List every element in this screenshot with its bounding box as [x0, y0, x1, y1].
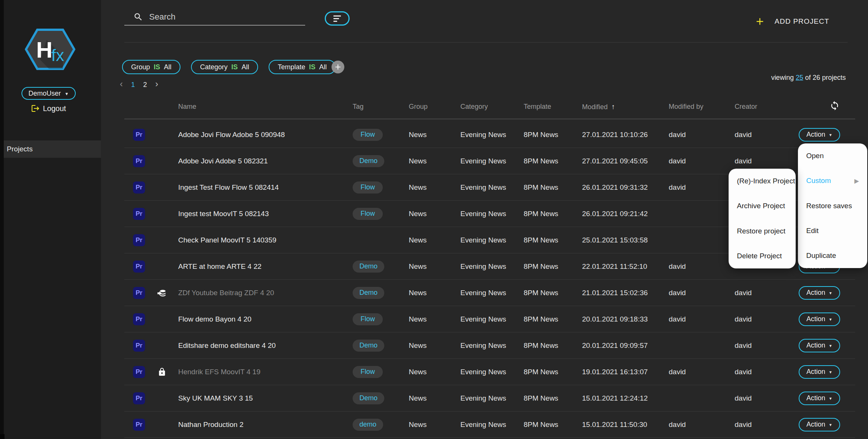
table-row[interactable]: Pr Editshare demo editshare 4 20 Demo — [124, 332, 855, 359]
projects-app: H fx DemoUser ▼ Logout Projects — [0, 0, 868, 439]
creator-cell: david — [735, 280, 752, 306]
action-cell: Action ▼ — [799, 280, 840, 306]
tag-cell: Flow — [353, 306, 383, 332]
premiere-badge-icon: Pr — [133, 181, 145, 194]
chevron-down-icon: ▼ — [829, 422, 833, 427]
modified-cell: 27.01.2021 10:10:26 — [582, 122, 648, 148]
menu-item[interactable]: Open ▶ — [798, 143, 867, 168]
group-cell: News — [409, 227, 427, 253]
category-cell: Evening News — [460, 359, 506, 385]
modified-by-cell: david — [669, 148, 686, 174]
table-row[interactable]: Pr Flow demo Bayon 4 20 Flow News — [124, 306, 855, 332]
category-cell: Evening News — [460, 201, 506, 227]
tag-cell: Demo — [353, 385, 384, 411]
submenu-item[interactable]: Restore project — [729, 219, 796, 244]
creator-cell: david — [735, 306, 752, 332]
menu-item[interactable]: Restore saves ▶ — [798, 193, 867, 218]
action-cell: Action ▼ — [799, 359, 840, 385]
tag-cell: Flow — [353, 122, 383, 148]
creator-cell: david — [735, 122, 752, 148]
project-name: Ingest Test Flow Flow 5 082414 — [178, 174, 279, 200]
table-row[interactable]: Pr Sky UK MAM SKY 3 15 Demo News — [124, 385, 855, 412]
tag-cell: Flow — [353, 359, 383, 385]
action-button[interactable]: Action ▼ — [799, 339, 840, 352]
modified-cell: 26.01.2021 09:21:42 — [582, 201, 648, 227]
action-cell: Action ▼ — [799, 306, 840, 332]
menu-item[interactable]: Duplicate ▶ — [798, 243, 867, 268]
action-button[interactable]: Action ▼ — [799, 392, 840, 405]
chevron-down-icon: ▼ — [829, 317, 833, 322]
project-name: Nathan Production 2 — [178, 412, 243, 437]
tag-chip: Demo — [353, 261, 384, 273]
project-name: ZDf Youtube Beitrag ZDF 4 20 — [178, 280, 274, 306]
modified-by-cell: david — [669, 412, 686, 437]
premiere-badge-icon: Pr — [133, 419, 145, 431]
chevron-down-icon: ▼ — [829, 132, 833, 137]
action-button[interactable]: Action ▼ — [799, 312, 840, 326]
premiere-badge-icon: Pr — [133, 155, 145, 167]
category-cell: Evening News — [460, 412, 506, 437]
group-cell: News — [409, 306, 427, 332]
tag-chip: Demo — [353, 287, 384, 299]
template-cell: 8PM News — [524, 280, 558, 306]
template-cell: 8PM News — [524, 306, 558, 332]
template-cell: 8PM News — [524, 148, 558, 174]
tag-chip: Flow — [353, 366, 383, 378]
menu-item[interactable]: Custom ▶ — [798, 168, 867, 193]
template-cell: 8PM News — [524, 385, 558, 411]
action-button[interactable]: Action ▼ — [799, 418, 840, 431]
premiere-badge-icon: Pr — [133, 261, 145, 273]
table-row[interactable]: Pr ZDf Youtube Beitrag ZDF 4 20 Demo — [124, 280, 855, 306]
modified-by-cell: david — [669, 253, 686, 279]
project-name: ARTE at home ARTE 4 22 — [178, 253, 261, 279]
tag-cell: Demo — [353, 253, 384, 279]
premiere-badge-icon: Pr — [133, 234, 145, 246]
premiere-badge-icon: Pr — [133, 287, 145, 299]
modified-cell: 26.01.2021 09:31:32 — [582, 174, 648, 200]
template-cell: 8PM News — [524, 122, 558, 148]
table-row[interactable]: Pr Hendrik EFS MoovIT 4 19 Flow New — [124, 359, 855, 385]
category-cell: Evening News — [460, 332, 506, 358]
project-name: Adobe Jovi Flow Adobe 5 090948 — [178, 122, 285, 148]
submenu-item[interactable]: Delete Project — [729, 244, 796, 268]
group-cell: News — [409, 201, 427, 227]
action-submenu: (Re)-Index Project Archive Project Resto… — [729, 169, 796, 268]
table-row[interactable]: Pr Adobe Jovi Flow Adobe 5 090948 Flow — [124, 122, 855, 148]
group-cell: News — [409, 122, 427, 148]
premiere-badge-icon: Pr — [133, 208, 145, 220]
tag-cell: Demo — [353, 332, 384, 358]
submenu-item[interactable]: (Re)-Index Project — [729, 169, 796, 194]
action-cell: Action ▼ — [799, 332, 840, 358]
tag-cell: Demo — [353, 280, 384, 306]
group-cell: News — [409, 174, 427, 200]
tag-chip: Flow — [353, 208, 383, 220]
project-name: Sky UK MAM SKY 3 15 — [178, 385, 253, 411]
group-cell: News — [409, 332, 427, 358]
template-cell: 8PM News — [524, 201, 558, 227]
template-cell: 8PM News — [524, 253, 558, 279]
lock-icon — [157, 367, 167, 377]
action-button[interactable]: Action ▼ — [799, 128, 840, 142]
action-button[interactable]: Action ▼ — [799, 286, 840, 300]
chevron-down-icon: ▼ — [829, 290, 833, 295]
category-cell: Evening News — [460, 227, 506, 253]
action-button[interactable]: Action ▼ — [799, 365, 840, 379]
modified-cell: 15.01.2021 11:50:30 — [582, 412, 647, 437]
premiere-badge-icon: Pr — [133, 366, 145, 378]
project-name: Flow demo Bayon 4 20 — [178, 306, 251, 332]
tag-chip: Flow — [353, 313, 383, 325]
category-cell: Evening News — [460, 174, 506, 200]
chevron-down-icon: ▼ — [829, 369, 833, 374]
modified-by-cell: david — [669, 174, 686, 200]
tag-chip: Demo — [353, 155, 384, 167]
project-name: Adobe Jovi Adobe 5 082321 — [178, 148, 268, 174]
tag-chip: demo — [353, 419, 383, 431]
menu-item[interactable]: Edit ▶ — [798, 218, 867, 243]
submenu-item[interactable]: Archive Project — [729, 194, 796, 218]
table-row[interactable]: Pr Nathan Production 2 demo News — [124, 412, 855, 438]
tag-chip: Demo — [353, 392, 384, 404]
template-cell: 8PM News — [524, 332, 558, 358]
premiere-badge-icon: Pr — [133, 340, 145, 352]
creator-cell: david — [735, 412, 752, 437]
category-cell: Evening News — [460, 148, 506, 174]
